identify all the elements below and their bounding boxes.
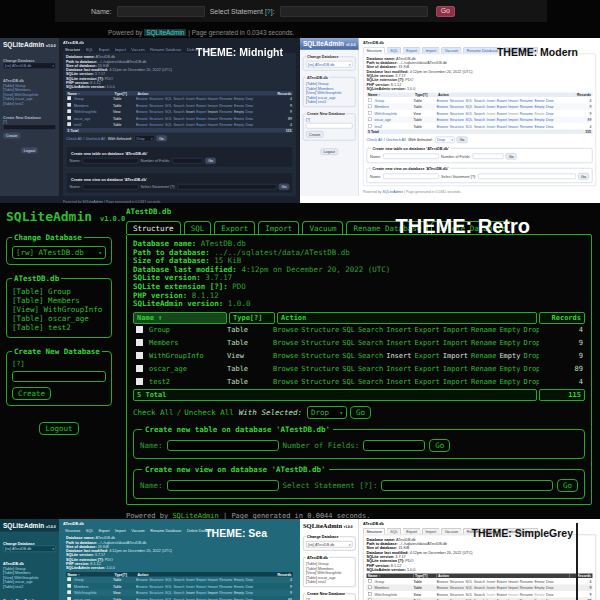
action-link-empty[interactable]: Empty xyxy=(234,584,244,588)
action-link-export[interactable]: Export xyxy=(196,123,206,127)
object-name-link[interactable]: Members xyxy=(74,103,113,107)
action-link-structure[interactable]: Structure xyxy=(450,586,464,590)
action-link-structure[interactable]: Structure xyxy=(149,116,163,120)
action-link-structure[interactable]: Structure xyxy=(450,98,464,102)
action-link-structure[interactable]: Structure xyxy=(301,365,339,373)
row-checkbox[interactable] xyxy=(368,579,372,583)
action-link-rename[interactable]: Rename xyxy=(219,103,232,107)
action-link-export[interactable]: Export xyxy=(196,103,206,107)
action-link-insert[interactable]: Insert xyxy=(186,116,195,120)
row-checkbox[interactable] xyxy=(68,584,72,588)
create-view-go-button[interactable]: Go xyxy=(578,173,589,180)
create-table-go-button[interactable]: Go xyxy=(429,439,450,452)
action-link-browse[interactable]: Browse xyxy=(437,98,449,102)
tab[interactable]: Rename Database xyxy=(148,528,183,534)
action-link-drop[interactable]: Drop xyxy=(245,584,253,588)
row-checkbox[interactable] xyxy=(368,104,372,108)
action-link-insert[interactable]: Insert xyxy=(486,579,495,583)
action-link-browse[interactable]: Browse xyxy=(136,578,148,582)
action-link-drop[interactable]: Drop xyxy=(523,365,539,373)
action-link-drop[interactable]: Drop xyxy=(546,105,554,109)
action-link-export[interactable]: Export xyxy=(497,118,507,122)
row-checkbox[interactable] xyxy=(368,117,372,121)
object-name-link[interactable]: oscar_age xyxy=(149,365,227,373)
action-link-drop[interactable]: Drop xyxy=(546,579,554,583)
sort-by-name-header[interactable]: Name ↑ xyxy=(133,312,227,324)
action-link-empty[interactable]: Empty xyxy=(535,579,545,583)
sidebar-object-link[interactable]: [Table] test2 xyxy=(12,323,106,332)
object-name-link[interactable]: WithGroupInfo xyxy=(375,592,414,596)
action-link-browse[interactable]: Browse xyxy=(437,118,449,122)
action-link-structure[interactable]: Structure xyxy=(149,584,163,588)
database-select[interactable]: [rw] ATestDB.db xyxy=(12,246,106,259)
action-link-empty[interactable]: Empty xyxy=(234,103,244,107)
database-select[interactable]: [rw] ATestDB.db xyxy=(306,541,353,548)
action-link-insert[interactable]: Insert xyxy=(186,103,195,107)
action-link-browse[interactable]: Browse xyxy=(136,123,148,127)
action-link-rename[interactable]: Rename xyxy=(520,124,533,128)
action-link-sql[interactable]: SQL xyxy=(465,579,472,583)
action-link-import[interactable]: Import xyxy=(443,352,468,360)
create-database-input[interactable] xyxy=(12,371,106,382)
action-link-import[interactable]: Import xyxy=(508,118,518,122)
tab[interactable]: Vacuum xyxy=(441,47,461,54)
action-link-export[interactable]: Export xyxy=(196,116,206,120)
action-link-structure[interactable]: Structure xyxy=(149,97,163,101)
row-checkbox[interactable] xyxy=(68,590,72,594)
action-link-insert[interactable]: Insert xyxy=(486,118,495,122)
action-link-empty[interactable]: Empty xyxy=(535,592,545,596)
tab[interactable]: Rename Database xyxy=(148,47,183,53)
action-link-browse[interactable]: Browse xyxy=(136,116,148,120)
action-link-import[interactable]: Import xyxy=(208,116,218,120)
sort-by-name-header[interactable]: Name ↑ xyxy=(66,91,113,96)
action-link-search[interactable]: Search xyxy=(173,103,184,107)
row-checkbox[interactable] xyxy=(68,96,72,100)
action-link-browse[interactable]: Browse xyxy=(136,103,148,107)
action-link-import[interactable]: Import xyxy=(208,584,218,588)
uncheck-all-link[interactable]: Uncheck All xyxy=(86,136,106,141)
action-link-structure[interactable]: Structure xyxy=(301,378,339,386)
action-link-sql[interactable]: SQL xyxy=(342,326,355,334)
create-database-input[interactable] xyxy=(3,125,56,131)
action-link-sql[interactable]: SQL xyxy=(342,365,355,373)
sidebar-object-link[interactable]: [Table] oscar_age xyxy=(12,314,106,323)
object-name-link[interactable]: Group xyxy=(74,97,113,101)
view-statement-input[interactable] xyxy=(381,480,553,491)
sidebar-object-link[interactable]: [Table] Members xyxy=(12,296,106,305)
action-link-rename[interactable]: Rename xyxy=(219,591,232,595)
object-name-link[interactable]: Group xyxy=(74,578,113,582)
object-name-link[interactable]: Members xyxy=(375,105,414,109)
action-link-structure[interactable]: Structure xyxy=(301,339,339,347)
action-link-empty[interactable]: Empty xyxy=(234,110,244,114)
action-link-rename[interactable]: Rename xyxy=(520,586,533,590)
sidebar-object-link[interactable]: [Table] test2 xyxy=(306,100,353,105)
new-view-name-input[interactable] xyxy=(83,184,139,190)
action-link-export[interactable]: Export xyxy=(497,592,507,596)
row-checkbox[interactable] xyxy=(368,124,372,128)
action-link-sql[interactable]: SQL xyxy=(465,592,472,596)
action-link-rename[interactable]: Rename xyxy=(219,97,232,101)
row-checkbox[interactable] xyxy=(68,109,72,113)
row-checkbox[interactable] xyxy=(368,98,372,102)
action-link-empty[interactable]: Empty xyxy=(535,124,545,128)
tab[interactable]: Vacuum xyxy=(302,221,343,234)
action-link-empty[interactable]: Empty xyxy=(535,105,545,109)
action-link-search[interactable]: Search xyxy=(474,98,485,102)
action-link-empty[interactable]: Empty xyxy=(234,578,244,582)
action-link-rename[interactable]: Rename xyxy=(219,584,232,588)
check-all-link[interactable]: Check All xyxy=(133,408,174,417)
action-link-empty[interactable]: Empty xyxy=(499,378,520,386)
sidebar-object-link[interactable]: [View] WithGroupInfo xyxy=(12,305,106,314)
row-checkbox[interactable] xyxy=(136,352,143,359)
num-fields-input[interactable] xyxy=(363,440,425,451)
action-link-search[interactable]: Search xyxy=(474,111,485,115)
sort-by-name-header[interactable]: Name ↑ xyxy=(367,573,414,578)
row-checkbox[interactable] xyxy=(68,122,72,126)
action-link-structure[interactable]: Structure xyxy=(450,579,464,583)
create-database-button[interactable]: Create xyxy=(12,387,51,400)
create-database-button[interactable]: Create xyxy=(306,131,323,138)
action-link-export[interactable]: Export xyxy=(414,378,439,386)
tab[interactable]: Import xyxy=(258,221,299,234)
object-name-link[interactable]: Members xyxy=(149,339,227,347)
action-link-export[interactable]: Export xyxy=(497,124,507,128)
